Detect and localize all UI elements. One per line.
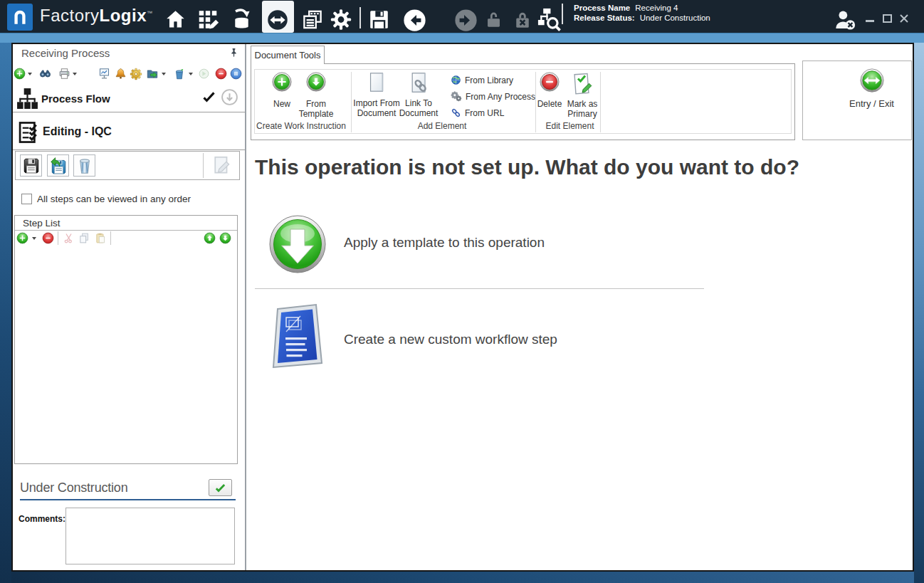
app-logo [7,4,33,31]
brand-text: FactoryLogix™ [40,6,153,26]
edit-grid-button[interactable] [196,9,219,33]
step-add-caret[interactable] [32,237,36,240]
editing-checklist-icon [18,119,41,149]
copy-button [78,232,90,247]
desktop-left-strip [0,43,11,583]
paste-button [95,232,107,247]
process-info: Process NameReceiving 4 Release Status:U… [574,3,710,23]
order-checkbox-label: All steps can be viewed in any order [37,194,191,204]
step-list-box[interactable] [14,215,238,464]
cut-button [63,232,75,247]
add-operation-caret[interactable] [28,73,32,75]
approve-button[interactable] [209,479,232,496]
ribbon-separator-3 [600,72,601,132]
step-add-button[interactable] [16,232,28,247]
from-any-process-button[interactable]: From Any Process [451,91,535,103]
unlock-button[interactable] [483,9,504,33]
back-button[interactable] [403,9,426,35]
presentation-button[interactable] [98,68,110,83]
alert-bell-button[interactable] [115,68,127,83]
desktop-right-strip [914,43,924,583]
apply-template-option[interactable] [269,215,326,276]
process-flow-expand-button[interactable] [221,88,238,109]
lock-x-button[interactable] [512,9,533,33]
comments-label: Comments: [19,514,65,524]
titlebar-separator [359,7,361,28]
move-down-button[interactable] [219,232,231,247]
package-import-button[interactable] [229,6,254,33]
pin-icon[interactable] [229,46,239,62]
home-button[interactable] [164,9,187,33]
titlebar: FactoryLogix™ Process NameReceiving 4 Re… [0,0,924,33]
discard-button[interactable] [73,154,95,177]
process-flow-icon [16,87,39,113]
close-button[interactable] [899,14,909,26]
save-button[interactable] [368,9,390,33]
divider [13,112,246,112]
settings-gear-button[interactable] [329,9,353,33]
create-custom-option[interactable] [272,303,325,372]
print-button[interactable] [58,68,70,83]
process-name-label: Process Name [574,3,630,13]
process-settings-button[interactable] [130,68,142,83]
recycle-caret[interactable] [189,73,193,75]
maximize-button[interactable] [883,14,892,23]
new-button-label: New [273,99,290,109]
export-folder-caret[interactable] [162,73,166,75]
apply-template-label[interactable]: Apply a template to this operation [344,235,545,251]
resume-button[interactable] [198,68,210,83]
move-up-button[interactable] [204,232,216,247]
process-flow-check-icon [201,90,216,107]
group-label-create: Create Work Instruction [255,121,347,131]
link-label: Link To Document [394,98,443,118]
group-label-edit: Edit Element [537,121,603,131]
left-panel-title: Receiving Process [21,47,110,59]
export-folder-button[interactable] [146,68,159,83]
recycle-button[interactable] [173,68,186,83]
create-custom-label[interactable]: Create a new custom workflow step [344,332,557,347]
editing-item[interactable]: Editing - IQC [43,125,112,138]
step-toolbar-separator [58,231,58,245]
process-search-button[interactable] [536,6,561,35]
process-swap-button[interactable] [267,9,288,33]
documents-button[interactable] [301,9,324,33]
mark-as-primary-button[interactable]: Mark as Primary [562,72,602,119]
user-status-icon[interactable] [833,9,857,34]
save-as-template-button[interactable] [47,154,69,177]
from-url-button[interactable]: From URL [451,107,504,118]
from-library-button[interactable]: From Library [451,75,513,85]
divider [13,149,246,150]
panel-divider [245,44,246,570]
edit-disabled-button [211,154,232,179]
save-step-button[interactable] [20,154,42,177]
new-work-instruction-button[interactable]: New [263,72,301,109]
forward-button[interactable] [454,9,478,35]
process-name-value: Receiving 4 [635,3,678,13]
from-any-process-label: From Any Process [466,92,535,102]
add-operation-button[interactable] [14,68,26,83]
link-to-document-button[interactable]: Link To Document [394,72,443,118]
process-flow-item[interactable]: Process Flow [41,93,110,105]
from-template-button[interactable]: From Template [296,72,336,119]
minimize-button[interactable] [866,20,874,22]
toolbar-separator [203,153,204,178]
release-status-value: Under Construction [640,13,710,23]
status-underline [20,499,236,500]
print-caret[interactable] [73,73,77,75]
step-remove-button[interactable] [42,232,54,247]
search-binoculars-button[interactable] [39,68,51,83]
pause-button[interactable] [230,68,242,83]
order-checkbox[interactable] [21,194,32,204]
entry-exit-button[interactable] [860,68,884,95]
comments-textarea[interactable] [65,508,235,564]
options-divider [255,288,704,289]
step-toolbar-separator-2 [110,231,111,245]
tab-document-tools[interactable]: Document Tools [251,46,325,64]
status-heading: Under Construction [20,480,127,495]
delete-label: Delete [537,99,562,109]
from-template-label: From Template [296,99,336,119]
group-label-add: Add Element [349,121,535,131]
stop-button[interactable] [215,68,227,83]
from-url-label: From URL [465,108,504,118]
main-window: Receiving Process Process Flow Editing -… [11,43,914,572]
